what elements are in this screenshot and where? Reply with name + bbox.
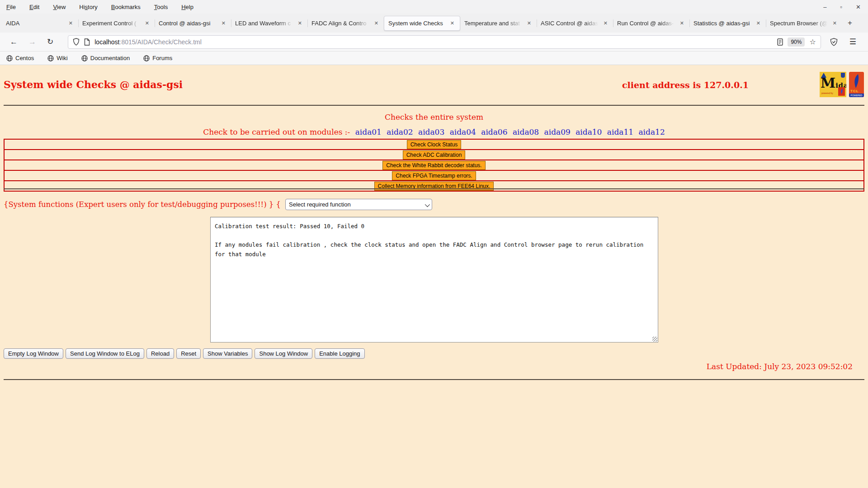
page-info-icon[interactable]: [84, 38, 90, 46]
table-row: Collect Memory information from FEE64 Li…: [4, 181, 864, 191]
window-titlebar: File Edit View History Bookmarks Tools H…: [0, 0, 868, 14]
page-subtitle: Checks the entire system: [0, 113, 868, 122]
tab-experiment-control[interactable]: Experiment Control (✕: [78, 16, 155, 31]
reload-icon[interactable]: ↻: [42, 35, 59, 48]
tcl-powered-logo[interactable]: TCL POWERED: [849, 72, 864, 97]
bookmark-wiki[interactable]: Wiki: [47, 55, 68, 61]
navigation-bar: ← → ↻ localhost:8015/AIDA/Check/Check.tm…: [0, 33, 868, 52]
menu-tools[interactable]: Tools: [154, 4, 168, 10]
table-row: Check ADC Calibration: [4, 150, 864, 160]
tab-system-wide-checks[interactable]: System wide Checks✕: [384, 16, 460, 31]
module-link[interactable]: aida09: [544, 127, 571, 136]
tab-close-icon[interactable]: ✕: [144, 20, 151, 27]
module-link[interactable]: aida11: [607, 127, 633, 136]
tab-fadc-align[interactable]: FADC Align & Contro✕: [307, 16, 384, 31]
tab-close-icon[interactable]: ✕: [526, 20, 533, 27]
tcl-feather-icon: [838, 87, 845, 96]
checks-table: Check Clock Status Check ADC Calibration…: [4, 139, 864, 192]
divider: [4, 379, 864, 380]
resize-handle[interactable]: [652, 337, 657, 342]
tab-spectrum-browser[interactable]: Spectrum Browser (@✕: [766, 16, 842, 31]
tab-close-icon[interactable]: ✕: [220, 20, 227, 27]
log-textarea[interactable]: Calibration test result: Passed 10, Fail…: [210, 217, 658, 343]
check-white-rabbit-button[interactable]: Check the White Rabbit decoder status.: [382, 161, 485, 170]
tcl-feather-icon: [852, 74, 861, 89]
minimize-button[interactable]: –: [823, 4, 826, 10]
function-select[interactable]: Select required function: [285, 199, 432, 210]
last-updated: Last Updated: July 23, 2023 09:52:02: [707, 362, 853, 371]
midas-logo[interactable]: Midas powered by: [820, 72, 846, 97]
menu-bar: File Edit View History Bookmarks Tools H…: [0, 4, 193, 10]
menu-view[interactable]: View: [53, 4, 66, 10]
url-bar[interactable]: localhost:8015/AIDA/Check/Check.tml 90% …: [68, 35, 821, 49]
check-fpga-timestamp-button[interactable]: Check FPGA Timestamp errors.: [392, 171, 476, 180]
shield-icon[interactable]: [73, 38, 80, 46]
collect-memory-button[interactable]: Collect Memory information from FEE64 Li…: [374, 182, 494, 191]
tab-close-icon[interactable]: ✕: [67, 20, 74, 27]
bookmark-documentation[interactable]: Documentation: [81, 55, 130, 61]
new-tab-button[interactable]: +: [842, 18, 858, 28]
module-link[interactable]: aida04: [450, 127, 476, 136]
menu-history[interactable]: History: [79, 4, 97, 10]
table-row: Check the White Rabbit decoder status.: [4, 160, 864, 170]
tab-close-icon[interactable]: ✕: [449, 20, 456, 27]
tab-temperature[interactable]: Temperature and stat✕: [460, 16, 537, 31]
module-link[interactable]: aida03: [418, 127, 444, 136]
tab-close-icon[interactable]: ✕: [831, 20, 838, 27]
bookmark-star-icon[interactable]: ☆: [809, 38, 816, 46]
show-variables-button[interactable]: Show Variables: [203, 348, 252, 359]
tab-statistics[interactable]: Statistics @ aidas-gsi✕: [689, 16, 766, 31]
module-link[interactable]: aida12: [638, 127, 665, 136]
tab-close-icon[interactable]: ✕: [373, 20, 380, 27]
action-buttons-row: Empty Log Window Send Log Window to ELog…: [4, 348, 365, 359]
reader-mode-icon[interactable]: [777, 38, 783, 46]
url-text[interactable]: localhost:8015/AIDA/Check/Check.tml: [94, 38, 777, 46]
bookmark-centos[interactable]: Centos: [6, 55, 34, 61]
menu-help[interactable]: Help: [181, 4, 193, 10]
back-icon[interactable]: ←: [5, 36, 23, 48]
module-link[interactable]: aida02: [387, 127, 413, 136]
bookmark-forums[interactable]: Forums: [143, 55, 172, 61]
divider: [4, 105, 864, 106]
menu-file[interactable]: File: [6, 4, 16, 10]
check-clock-status-button[interactable]: Check Clock Status: [407, 140, 462, 149]
reset-button[interactable]: Reset: [176, 348, 201, 359]
show-log-window-button[interactable]: Show Log Window: [255, 348, 312, 359]
maximize-button[interactable]: ▫: [840, 4, 842, 10]
bookmarks-bar: Centos Wiki Documentation Forums: [0, 52, 868, 65]
menu-bookmarks[interactable]: Bookmarks: [111, 4, 141, 10]
module-link[interactable]: aida01: [355, 127, 382, 136]
tab-close-icon[interactable]: ✕: [755, 20, 762, 27]
reload-button[interactable]: Reload: [146, 348, 174, 359]
globe-icon: [47, 55, 54, 61]
forward-icon: →: [23, 36, 42, 48]
module-link[interactable]: aida06: [481, 127, 507, 136]
enable-logging-button[interactable]: Enable Logging: [315, 348, 364, 359]
zoom-level-badge[interactable]: 90%: [788, 38, 805, 47]
send-log-to-elog-button[interactable]: Send Log Window to ELog: [66, 348, 144, 359]
system-functions-row: {System functions (Expert users only for…: [4, 199, 432, 210]
close-button[interactable]: ✕: [856, 4, 861, 10]
globe-icon: [6, 55, 13, 61]
tab-aida[interactable]: AIDA✕: [2, 16, 78, 31]
protections-shield-icon[interactable]: [830, 38, 838, 46]
table-row: Check Clock Status: [4, 139, 864, 150]
tab-close-icon[interactable]: ✕: [679, 20, 685, 27]
tab-led-waveform[interactable]: LED and Waveform c✕: [231, 16, 307, 31]
tab-bar: AIDA✕ Experiment Control (✕ Control @ ai…: [0, 14, 868, 33]
module-link[interactable]: aida08: [513, 127, 539, 136]
globe-icon: [143, 55, 150, 61]
modules-line: Check to be carried out on modules :- ai…: [0, 127, 868, 136]
empty-log-window-button[interactable]: Empty Log Window: [4, 348, 63, 359]
tab-close-icon[interactable]: ✕: [602, 20, 609, 27]
menu-hamburger-icon[interactable]: ☰: [849, 37, 856, 47]
tab-control[interactable]: Control @ aidas-gsi✕: [155, 16, 231, 31]
tab-close-icon[interactable]: ✕: [297, 20, 303, 27]
tab-asic-control[interactable]: ASIC Control @ aidas✕: [537, 16, 613, 31]
tab-run-control[interactable]: Run Control @ aidas-✕: [613, 16, 689, 31]
menu-edit[interactable]: Edit: [29, 4, 39, 10]
check-adc-calibration-button[interactable]: Check ADC Calibration: [403, 150, 466, 160]
modules-prefix: Check to be carried out on modules :-: [203, 127, 350, 136]
globe-icon: [81, 55, 88, 61]
module-link[interactable]: aida10: [576, 127, 602, 136]
